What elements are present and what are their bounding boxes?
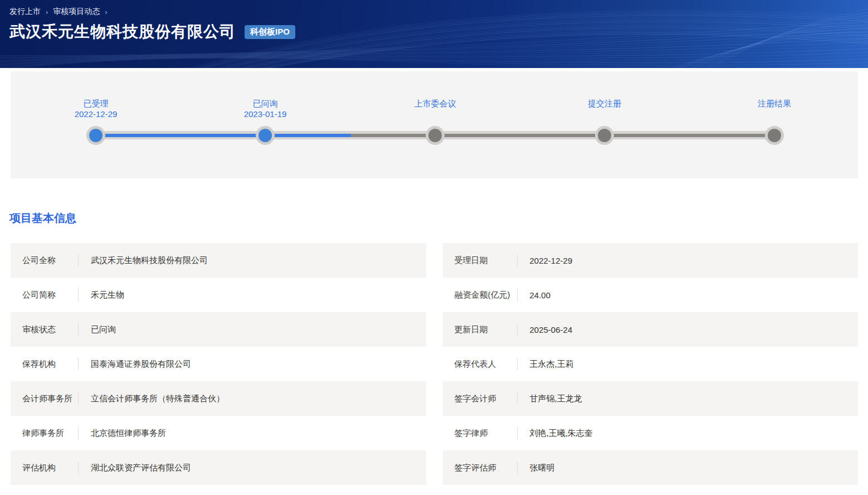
step-label: 提交注册	[554, 98, 655, 109]
table-row: 律师事务所 北京德恒律师事务所	[11, 416, 426, 450]
row-value: 刘艳,王曦,朱志奎	[518, 428, 593, 439]
row-value: 24.00	[518, 290, 551, 300]
basic-info-tables: 公司全称 武汉禾元生物科技股份有限公司 公司简称 禾元生物 审核状态 已问询 保…	[11, 243, 858, 485]
row-value: 湖北众联资产评估有限公司	[79, 463, 191, 473]
row-value: 甘声锦,王龙龙	[518, 394, 582, 404]
table-row: 签字会计师 甘声锦,王龙龙	[443, 381, 859, 416]
row-value: 禾元生物	[79, 290, 124, 300]
row-label: 保荐代表人	[455, 359, 517, 370]
row-value: 武汉禾元生物科技股份有限公司	[79, 255, 208, 266]
row-value: 北京德恒律师事务所	[79, 428, 166, 439]
step-dot-pending-icon	[426, 126, 445, 145]
row-value: 2025-06-24	[518, 325, 573, 334]
table-row: 融资金额(亿元) 24.00	[443, 278, 859, 312]
row-label: 受理日期	[455, 255, 517, 266]
table-row: 受理日期 2022-12-29	[443, 243, 859, 278]
ipo-board-badge: 科创板IPO	[245, 25, 295, 39]
step-dot-done-icon	[256, 126, 275, 145]
row-value: 立信会计师事务所（特殊普通合伙）	[79, 394, 225, 404]
row-label: 公司简称	[22, 290, 78, 300]
step-dot-pending-icon	[765, 126, 784, 145]
table-row: 保荐机构 国泰海通证券股份有限公司	[11, 347, 426, 381]
chevron-right-icon: ›	[105, 8, 107, 16]
row-label: 审核状态	[22, 324, 78, 335]
chevron-right-icon: ›	[46, 8, 48, 16]
page-header: 发行上市 › 审核项目动态 › 武汉禾元生物科技股份有限公司 科创板IPO	[0, 0, 868, 68]
row-value: 王永杰,王莉	[518, 359, 574, 370]
step-label: 已受理 2022-12-29	[46, 98, 146, 119]
row-label: 保荐机构	[22, 359, 78, 370]
page-title: 武汉禾元生物科技股份有限公司	[9, 21, 236, 42]
table-row: 签字评估师 张曙明	[443, 450, 859, 485]
step-label: 上市委会议	[385, 98, 485, 109]
row-label: 律师事务所	[22, 428, 78, 439]
row-label: 签字会计师	[455, 394, 517, 404]
info-table-left: 公司全称 武汉禾元生物科技股份有限公司 公司简称 禾元生物 审核状态 已问询 保…	[11, 243, 426, 485]
row-value: 国泰海通证券股份有限公司	[79, 359, 191, 370]
row-label: 签字律师	[455, 428, 517, 439]
section-title-basic-info: 项目基本信息	[9, 211, 868, 226]
row-label: 融资金额(亿元)	[455, 290, 517, 300]
info-table-right: 受理日期 2022-12-29 融资金额(亿元) 24.00 更新日期 2025…	[443, 243, 859, 485]
table-row: 保荐代表人 王永杰,王莉	[443, 347, 859, 381]
table-row: 会计师事务所 立信会计师事务所（特殊普通合伙）	[11, 381, 426, 416]
table-row: 公司全称 武汉禾元生物科技股份有限公司	[11, 243, 426, 278]
table-row: 评估机构 湖北众联资产评估有限公司	[11, 450, 426, 485]
breadcrumb: 发行上市 › 审核项目动态 ›	[9, 7, 108, 17]
step-label: 已问询 2023-01-19	[215, 98, 315, 119]
row-label: 更新日期	[455, 324, 517, 335]
breadcrumb-item-audit-dynamics[interactable]: 审核项目动态	[53, 7, 100, 17]
table-row: 更新日期 2025-06-24	[443, 312, 859, 347]
row-label: 签字评估师	[455, 463, 517, 473]
row-value: 已问询	[79, 324, 116, 335]
table-row: 公司简称 禾元生物	[11, 278, 426, 312]
step-label: 注册结果	[724, 98, 825, 109]
step-dot-done-icon	[86, 126, 105, 145]
audit-timeline-panel: 已受理 2022-12-29 已问询 2023-01-19 上市委会议 提交注册…	[11, 71, 858, 178]
row-label: 会计师事务所	[22, 394, 78, 404]
table-row: 签字律师 刘艳,王曦,朱志奎	[443, 416, 859, 450]
breadcrumb-item-issue-listing[interactable]: 发行上市	[9, 7, 41, 17]
timeline-progress	[96, 134, 351, 137]
row-value: 2022-12-29	[518, 256, 573, 265]
row-label: 公司全称	[22, 255, 78, 266]
row-value: 张曙明	[518, 463, 555, 473]
table-row: 审核状态 已问询	[11, 312, 426, 347]
step-dot-pending-icon	[595, 126, 614, 145]
row-label: 评估机构	[22, 463, 78, 473]
